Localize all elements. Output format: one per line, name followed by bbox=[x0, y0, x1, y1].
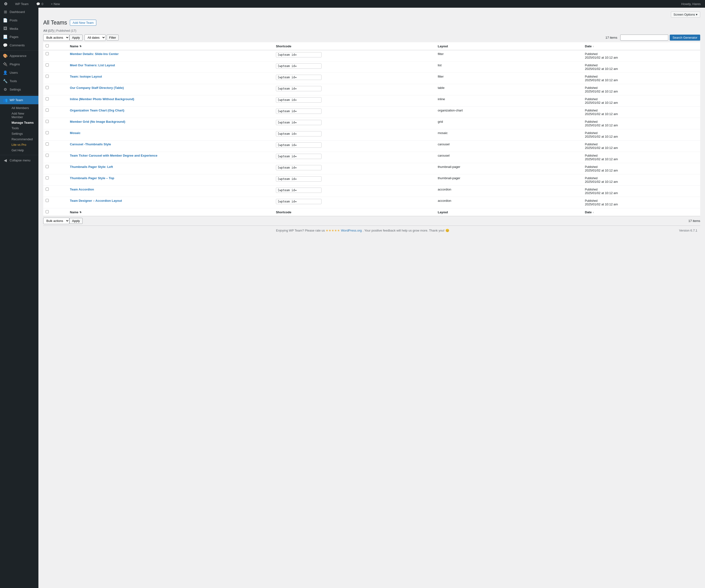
new-content-link[interactable]: + New bbox=[49, 0, 62, 8]
row-checkbox-cell bbox=[43, 118, 67, 129]
name-cell: Meet Our Trainers: List Layout Edit | Tr… bbox=[67, 61, 274, 73]
name-cell: Team Accordion Edit | Trash | View bbox=[67, 186, 274, 197]
row-checkbox[interactable] bbox=[46, 75, 49, 78]
row-checkbox[interactable] bbox=[46, 176, 49, 179]
shortcode-input[interactable] bbox=[276, 86, 322, 91]
sidebar-item-dashboard[interactable]: ⊞ Dashboard bbox=[0, 8, 38, 16]
row-checkbox[interactable] bbox=[46, 63, 49, 66]
sidebar-item-media[interactable]: 🖼 Media bbox=[0, 25, 38, 33]
sidebar-sub-tools[interactable]: Tools bbox=[10, 125, 38, 131]
name-cell: Member Grid (No Image Background) Edit |… bbox=[67, 118, 274, 129]
row-checkbox[interactable] bbox=[46, 188, 49, 191]
team-name-link[interactable]: Team Ticker Carousel with Member Degree … bbox=[70, 154, 157, 157]
row-checkbox[interactable] bbox=[46, 142, 49, 145]
sidebar-sub-lite-vs-pro[interactable]: Lite vs Pro bbox=[10, 142, 38, 147]
shortcode-input[interactable] bbox=[276, 108, 322, 114]
layout-cell: list bbox=[435, 61, 582, 73]
search-generator-input[interactable] bbox=[620, 35, 668, 41]
date-cell: Published 2025/01/02 at 10:12 am bbox=[582, 73, 700, 84]
select-all-checkbox[interactable] bbox=[46, 44, 49, 47]
shortcode-input[interactable] bbox=[276, 176, 322, 182]
team-name-link[interactable]: Team: Isotope Layout bbox=[70, 75, 102, 78]
row-checkbox[interactable] bbox=[46, 154, 49, 157]
apply-top-button[interactable]: Apply bbox=[69, 35, 83, 41]
sidebar-sub-get-help[interactable]: Get Help bbox=[10, 147, 38, 153]
team-name-link[interactable]: Team Accordion bbox=[70, 188, 94, 191]
team-name-link[interactable]: Member Grid (No Image Background) bbox=[70, 120, 125, 124]
table-row: Member Details: Slide-Ins Center Edit | … bbox=[43, 50, 700, 61]
row-checkbox[interactable] bbox=[46, 86, 49, 89]
select-all-footer-checkbox[interactable] bbox=[46, 210, 49, 213]
layout-cell: filter bbox=[435, 73, 582, 84]
sidebar-item-tools[interactable]: 🔧 Tools bbox=[0, 77, 38, 85]
comments-link[interactable]: 💬 0 bbox=[34, 0, 45, 8]
row-checkbox[interactable] bbox=[46, 52, 49, 55]
wordpress-org-link[interactable]: WordPress.org bbox=[341, 229, 362, 232]
date-column-header[interactable]: Date ↓ bbox=[582, 42, 700, 50]
filter-published-link[interactable]: Published (17) bbox=[56, 29, 76, 33]
sidebar-item-posts[interactable]: 📄 Posts bbox=[0, 16, 38, 25]
sidebar-item-wp-team[interactable]: 👥 WP Team bbox=[0, 96, 38, 104]
team-name-link[interactable]: Meet Our Trainers: List Layout bbox=[70, 63, 115, 67]
date-footer-header[interactable]: Date ↓ bbox=[582, 208, 700, 216]
tools-icon: 🔧 bbox=[3, 79, 8, 83]
shortcode-input[interactable] bbox=[276, 188, 322, 193]
row-checkbox[interactable] bbox=[46, 131, 49, 134]
shortcode-input[interactable] bbox=[276, 165, 322, 170]
team-name-link[interactable]: Our Company Staff Directory (Table) bbox=[70, 86, 124, 90]
shortcode-input[interactable] bbox=[276, 52, 322, 57]
team-name-link[interactable]: Thumbnails Pager Style: Left bbox=[70, 165, 113, 169]
bulk-actions-bottom-select[interactable]: Bulk actions bbox=[43, 218, 69, 224]
row-checkbox[interactable] bbox=[46, 108, 49, 112]
team-name-link[interactable]: Carousel -Thumbnails Style bbox=[70, 142, 111, 146]
sidebar-sub-add-new-member[interactable]: Add New Member bbox=[10, 111, 38, 120]
date-filter-select[interactable]: All dates bbox=[85, 34, 106, 41]
apply-bottom-button[interactable]: Apply bbox=[69, 218, 83, 224]
shortcode-input[interactable] bbox=[276, 63, 322, 69]
name-footer-header[interactable]: Name ⇅ bbox=[67, 208, 274, 216]
layout-cell: table bbox=[435, 84, 582, 95]
sidebar-sub-settings[interactable]: Settings bbox=[10, 131, 38, 136]
sidebar-item-users[interactable]: 👤 Users bbox=[0, 69, 38, 77]
bulk-actions-top-select[interactable]: Bulk actions bbox=[43, 34, 69, 41]
table-row: Thumbnails Pager Style: Left Edit | Tras… bbox=[43, 163, 700, 174]
sidebar-sub-recommended[interactable]: Recommended bbox=[10, 136, 38, 142]
search-generator-button[interactable]: Search Generator bbox=[670, 35, 700, 41]
team-name-link[interactable]: Organization Team Chart (Org Chart) bbox=[70, 108, 125, 112]
sidebar-item-comments[interactable]: 💬 Comments bbox=[0, 41, 38, 49]
team-name-link[interactable]: Team Designer – Accordion Layout bbox=[70, 199, 122, 202]
row-checkbox[interactable] bbox=[46, 165, 49, 168]
shortcode-input[interactable] bbox=[276, 142, 322, 148]
shortcode-input[interactable] bbox=[276, 75, 322, 80]
wp-logo[interactable]: 🅦 bbox=[2, 0, 9, 8]
filter-all-link[interactable]: All (17) bbox=[43, 29, 54, 33]
row-checkbox[interactable] bbox=[46, 97, 49, 100]
sidebar-item-appearance[interactable]: 🎨 Appearance bbox=[0, 52, 38, 60]
screen-options-button[interactable]: Screen Options ▾ bbox=[671, 11, 700, 17]
shortcode-input[interactable] bbox=[276, 154, 322, 159]
filter-button[interactable]: Filter bbox=[107, 35, 119, 41]
team-name-link[interactable]: Inline (Member Photo Without Background) bbox=[70, 97, 134, 101]
name-column-header[interactable]: Name ⇅ bbox=[67, 42, 274, 50]
shortcode-input[interactable] bbox=[276, 97, 322, 102]
row-checkbox[interactable] bbox=[46, 120, 49, 123]
team-name-link[interactable]: Mosaic bbox=[70, 131, 81, 135]
sidebar-item-settings[interactable]: ⚙ Settings bbox=[0, 85, 38, 94]
add-new-team-button[interactable]: Add New Team bbox=[70, 20, 96, 26]
sidebar-item-pages[interactable]: 📃 Pages bbox=[0, 33, 38, 41]
sidebar-sub-all-members[interactable]: All Members bbox=[10, 105, 38, 111]
user-menu[interactable]: Howdy, Hares bbox=[679, 0, 703, 8]
row-checkbox[interactable] bbox=[46, 199, 49, 202]
team-name-link[interactable]: Member Details: Slide-Ins Center bbox=[70, 52, 119, 56]
shortcode-input[interactable] bbox=[276, 131, 322, 136]
table-row: Team Accordion Edit | Trash | View accor… bbox=[43, 186, 700, 197]
name-cell: Team Ticker Carousel with Member Degree … bbox=[67, 152, 274, 163]
team-name-link[interactable]: Thumbnails Pager Style – Top bbox=[70, 176, 114, 180]
site-name[interactable]: WP Team bbox=[13, 0, 31, 8]
sidebar-sub-manage-teams[interactable]: Manage Teams bbox=[10, 120, 38, 125]
sidebar-item-plugins[interactable]: 🔌 Plugins bbox=[0, 60, 38, 69]
shortcode-input[interactable] bbox=[276, 120, 322, 125]
shortcode-input[interactable] bbox=[276, 199, 322, 204]
table-row: Carousel -Thumbnails Style Edit | Trash … bbox=[43, 140, 700, 152]
collapse-menu-button[interactable]: ◀ Collapse menu bbox=[0, 156, 38, 165]
